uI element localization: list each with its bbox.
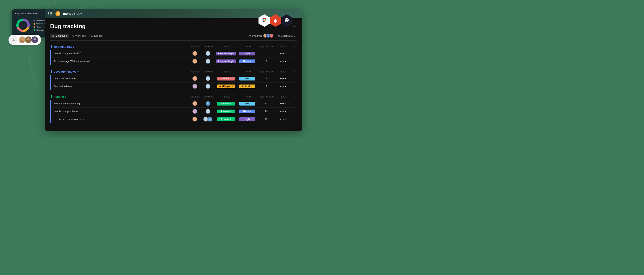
cell-status-sso: Ready to begin bbox=[215, 50, 237, 58]
cell-add-import bbox=[291, 108, 297, 115]
logo-monday: monday bbox=[63, 12, 75, 16]
cell-reporter-import: U bbox=[188, 108, 201, 115]
group-incoming-bugs: Incoming bugs Reporter Developer Status … bbox=[50, 45, 297, 65]
legend-dot-ready bbox=[34, 20, 35, 22]
svg-point-23 bbox=[285, 20, 286, 20]
svg-point-11 bbox=[33, 40, 36, 42]
add-tab-button[interactable]: + bbox=[106, 33, 110, 38]
status-badge-titles: Open bbox=[217, 77, 235, 80]
priority-badge-widgets: Low bbox=[239, 102, 255, 106]
kanban-icon: ⊟ bbox=[91, 34, 93, 37]
table-row[interactable]: User is not receiving replies R D D bbox=[50, 115, 297, 123]
integration-icons: # ◈ bbox=[258, 14, 294, 28]
automate-icon: ⚙ bbox=[278, 34, 280, 37]
reporter-avatar-dup: U bbox=[192, 84, 197, 89]
col-status-res: Status bbox=[216, 96, 238, 98]
svg-rect-16 bbox=[262, 20, 266, 21]
cell-developer-widgets: D bbox=[201, 100, 215, 108]
col-age-dev: Age - by days bbox=[258, 70, 276, 73]
cell-reporter-widgets: R bbox=[188, 100, 201, 108]
slack-icon-wrapper: # bbox=[258, 14, 271, 28]
col-reporter-res: Reporter bbox=[189, 96, 202, 98]
bug-name-500: Error message '500 internal error' bbox=[50, 58, 188, 65]
group-incoming-header: Incoming bugs Reporter Developer Status … bbox=[50, 45, 297, 48]
cell-effort-widgets: ★★★ bbox=[275, 100, 291, 108]
tab-kanban[interactable]: ⊟ Kanban bbox=[89, 34, 105, 38]
priority-badge-500: Medium bbox=[239, 60, 255, 63]
cell-effort-dup: ★★★ bbox=[275, 82, 291, 90]
group-resolved-columns: Reporter Developer Status Priority Age -… bbox=[189, 95, 297, 98]
slack-icon: # bbox=[258, 14, 271, 27]
svg-point-5 bbox=[13, 38, 14, 40]
col-add-res[interactable]: + bbox=[292, 95, 297, 98]
cell-status-widgets: Resolved bbox=[215, 100, 237, 108]
integrate-avatar-3: W bbox=[270, 34, 274, 38]
col-developer-header: Developer bbox=[202, 46, 216, 48]
cell-add-sso bbox=[291, 50, 297, 58]
bug-name-dup: Duplication issue bbox=[50, 82, 188, 90]
col-priority-dev: Priority bbox=[238, 70, 258, 73]
integrate-button[interactable]: ⟳ Integrate U V W bbox=[247, 33, 275, 39]
group-dev-header: Development work Reporter Developer Stat… bbox=[50, 70, 297, 73]
developer-avatar-500: D bbox=[206, 59, 210, 64]
col-add-header[interactable]: + bbox=[292, 45, 297, 48]
cell-status-dup: Working on it bbox=[215, 82, 237, 90]
cell-add-500 bbox=[291, 58, 297, 65]
legend-dot-resolved bbox=[34, 29, 35, 31]
col-effort-dev: Effort bbox=[276, 70, 292, 73]
table-row[interactable]: Users can't edit titles R D O bbox=[50, 75, 297, 82]
cell-age-replies: 22 bbox=[258, 115, 275, 123]
cell-effort-500: ★★★ bbox=[275, 58, 291, 65]
svg-rect-17 bbox=[262, 18, 266, 19]
developer-avatar-import: D bbox=[206, 109, 210, 114]
developer-avatar-sso: D bbox=[206, 51, 210, 56]
col-age-res: Age - by days bbox=[258, 96, 276, 98]
svg-point-7 bbox=[20, 40, 24, 42]
col-effort-res: Effort bbox=[276, 96, 292, 98]
col-add-dev[interactable]: + bbox=[292, 70, 297, 73]
table-row[interactable]: Error message '500 internal error' R D bbox=[50, 58, 297, 65]
table-row[interactable]: Duplication issue U D Working bbox=[50, 82, 297, 90]
cell-reporter-titles: R bbox=[188, 75, 201, 82]
dev-work-table: Users can't edit titles R D O bbox=[50, 75, 297, 90]
priority-badge-sso: High bbox=[239, 52, 255, 56]
bug-name-import: Unable to import items bbox=[50, 108, 188, 115]
svg-point-6 bbox=[21, 38, 24, 40]
integrate-icon: ⟳ bbox=[249, 34, 251, 37]
legend-dot-working bbox=[34, 23, 35, 24]
content-area[interactable]: Bug tracking ··· ⊞ Main table ⊙ Workload… bbox=[45, 18, 302, 131]
col-effort-header: Effort bbox=[276, 46, 292, 48]
cell-priority-import: Medium bbox=[237, 108, 258, 115]
cell-priority-dup: Critical ⚠ bbox=[237, 82, 258, 90]
tab-workload[interactable]: ⊙ Workload bbox=[70, 34, 88, 38]
group-dev-columns: Reporter Developer Status Priority Age -… bbox=[189, 70, 297, 73]
incoming-bugs-table: Unable to log in with SSO R D bbox=[50, 50, 297, 65]
page-title: Bug tracking bbox=[50, 23, 86, 30]
workload-icon: ⊙ bbox=[72, 34, 74, 37]
status-badge-import: Resolved bbox=[217, 110, 235, 113]
svg-point-4 bbox=[19, 21, 27, 29]
apps-grid-icon bbox=[48, 12, 52, 16]
cell-developer-dup: D bbox=[201, 82, 215, 90]
avatars-pill[interactable] bbox=[8, 35, 41, 45]
tab-main-table[interactable]: ⊞ Main table bbox=[50, 34, 69, 38]
table-row[interactable]: Widgets are not working R D R bbox=[50, 100, 297, 108]
cell-developer-import: D bbox=[201, 108, 215, 115]
automate-button[interactable]: ⚙ Automate / 2 bbox=[276, 34, 297, 38]
group-incoming-columns: Reporter Developer Status Priority Age -… bbox=[189, 45, 297, 48]
group-resolved: Resolved Reporter Developer Status Prior… bbox=[50, 95, 297, 123]
col-developer-dev: Developer bbox=[202, 70, 216, 73]
cell-add-dup bbox=[291, 82, 297, 90]
table-row[interactable]: Unable to import items U D Re bbox=[50, 108, 297, 115]
status-badge-500: Ready to begin bbox=[216, 60, 236, 63]
cell-reporter-dup: U bbox=[188, 82, 201, 90]
developer-avatar-dup: D bbox=[206, 84, 210, 89]
group-incoming-label: Incoming bugs bbox=[51, 45, 74, 48]
table-row[interactable]: Unable to log in with SSO R D bbox=[50, 50, 297, 58]
bug-name-replies: User is not receiving replies bbox=[50, 115, 188, 123]
cell-effort-sso: ★★★ bbox=[275, 50, 291, 58]
cell-age-widgets: 13 bbox=[258, 100, 275, 108]
cell-age-import: 19 bbox=[258, 108, 275, 115]
cell-priority-replies: High bbox=[237, 115, 258, 123]
status-badge-sso: Ready to begin bbox=[216, 52, 236, 56]
